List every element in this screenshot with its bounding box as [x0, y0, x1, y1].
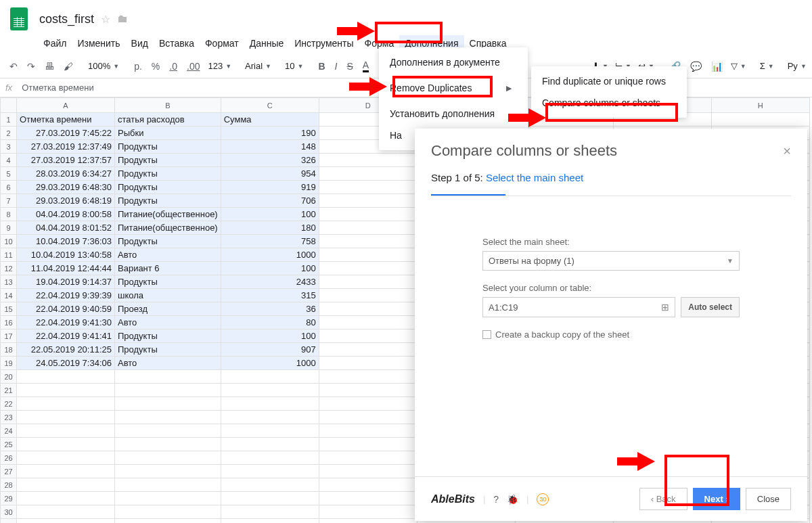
- cell-C28[interactable]: [221, 478, 319, 492]
- number-format-select[interactable]: 123▼: [205, 60, 234, 72]
- cell-A28[interactable]: [17, 478, 115, 492]
- cell-A31[interactable]: [17, 519, 115, 524]
- row-header-5[interactable]: 5: [1, 167, 17, 181]
- row-header-3[interactable]: 3: [1, 140, 17, 154]
- cell-B15[interactable]: Проезд: [115, 302, 221, 316]
- help-icon[interactable]: ?: [493, 494, 499, 505]
- cell-D18[interactable]: [319, 343, 417, 357]
- row-header-16[interactable]: 16: [1, 316, 17, 329]
- fontsize-select[interactable]: 10▼: [282, 60, 306, 72]
- cell-B4[interactable]: Продукты: [115, 154, 221, 167]
- cell-D9[interactable]: [319, 221, 417, 235]
- row-header-1[interactable]: 1: [1, 113, 17, 127]
- cell-C12[interactable]: 100: [221, 262, 319, 275]
- folder-icon[interactable]: 🖿: [117, 13, 128, 25]
- main-sheet-select[interactable]: Ответы на форму (1)▼: [482, 251, 740, 271]
- cell-A9[interactable]: 04.04.2019 8:01:52: [17, 221, 115, 235]
- cell-B22[interactable]: [115, 397, 221, 411]
- cell-B21[interactable]: [115, 384, 221, 397]
- row-header-6[interactable]: 6: [1, 181, 17, 194]
- percent-btn[interactable]: %: [148, 58, 164, 74]
- menu-data[interactable]: Данные: [244, 35, 290, 51]
- cell-A25[interactable]: [17, 438, 115, 451]
- cell-C23[interactable]: [221, 411, 319, 424]
- cell-A12[interactable]: 11.04.2019 12:44:44: [17, 262, 115, 275]
- cell-C25[interactable]: [221, 438, 319, 451]
- cell-A24[interactable]: [17, 424, 115, 438]
- install-addons[interactable]: Установить дополнения: [379, 103, 528, 124]
- cell-A6[interactable]: 29.03.2019 6:48:30: [17, 181, 115, 194]
- cell-B12[interactable]: Вариант 6: [115, 262, 221, 275]
- cell-B9[interactable]: Питание(общественное): [115, 221, 221, 235]
- col-header-B[interactable]: B: [115, 98, 221, 113]
- cell-C27[interactable]: [221, 465, 319, 478]
- cell-D20[interactable]: [319, 370, 417, 384]
- cell-A14[interactable]: 22.04.2019 9:39:39: [17, 289, 115, 302]
- row-header-14[interactable]: 14: [1, 289, 17, 302]
- row-header-20[interactable]: 20: [1, 370, 17, 384]
- cell-A26[interactable]: [17, 451, 115, 465]
- find-duplicate-rows[interactable]: Find duplicate or unique rows: [531, 70, 687, 92]
- cell-D30[interactable]: [319, 505, 417, 519]
- cell-D24[interactable]: [319, 424, 417, 438]
- col-header-A[interactable]: A: [17, 98, 115, 113]
- cell-B29[interactable]: [115, 492, 221, 505]
- select-all[interactable]: [1, 98, 17, 113]
- row-header-8[interactable]: 8: [1, 208, 17, 221]
- row-header-15[interactable]: 15: [1, 302, 17, 316]
- cell-B30[interactable]: [115, 505, 221, 519]
- compare-columns-sheets[interactable]: Compare columns or sheets: [531, 92, 687, 114]
- cell-C24[interactable]: [221, 424, 319, 438]
- cell-A17[interactable]: 22.04.2019 9:41:41: [17, 329, 115, 343]
- cell-C15[interactable]: 36: [221, 302, 319, 316]
- cell-D21[interactable]: [319, 384, 417, 397]
- cell-D5[interactable]: [319, 167, 417, 181]
- cell-C6[interactable]: 919: [221, 181, 319, 194]
- row-header-2[interactable]: 2: [1, 127, 17, 140]
- cell-A3[interactable]: 27.03.2019 12:37:49: [17, 140, 115, 154]
- col-header-C[interactable]: C: [221, 98, 319, 113]
- menu-file[interactable]: Файл: [38, 35, 72, 51]
- cell-C30[interactable]: [221, 505, 319, 519]
- cell-C17[interactable]: 100: [221, 329, 319, 343]
- cell-B8[interactable]: Питание(общественное): [115, 208, 221, 221]
- row-header-23[interactable]: 23: [1, 411, 17, 424]
- chart-icon[interactable]: 📊: [707, 58, 727, 74]
- step-link[interactable]: Select the main sheet: [486, 172, 583, 183]
- row-header-31[interactable]: 31: [1, 519, 17, 524]
- italic-btn[interactable]: I: [331, 58, 342, 74]
- cell-C11[interactable]: 1000: [221, 248, 319, 262]
- paint-icon[interactable]: 🖌: [60, 58, 77, 74]
- grid-icon[interactable]: ⊞: [661, 302, 669, 313]
- row-header-10[interactable]: 10: [1, 235, 17, 248]
- cell-B24[interactable]: [115, 424, 221, 438]
- menu-view[interactable]: Вид: [126, 35, 154, 51]
- cell-A4[interactable]: 27.03.2019 12:37:57: [17, 154, 115, 167]
- row-header-7[interactable]: 7: [1, 194, 17, 208]
- row-header-13[interactable]: 13: [1, 275, 17, 289]
- cell-C13[interactable]: 2433: [221, 275, 319, 289]
- cell-C3[interactable]: 148: [221, 140, 319, 154]
- cell-D31[interactable]: [319, 519, 417, 524]
- cell-D25[interactable]: [319, 438, 417, 451]
- row-header-28[interactable]: 28: [1, 478, 17, 492]
- cell-C21[interactable]: [221, 384, 319, 397]
- sheets-logo[interactable]: [5, 5, 32, 32]
- cell-C4[interactable]: 326: [221, 154, 319, 167]
- cell-C2[interactable]: 190: [221, 127, 319, 140]
- cell-H1[interactable]: [711, 113, 809, 127]
- row-header-19[interactable]: 19: [1, 357, 17, 370]
- cell-C14[interactable]: 315: [221, 289, 319, 302]
- cell-C1[interactable]: Сумма: [221, 113, 319, 127]
- addons-in-doc[interactable]: Дополнения в документе: [379, 51, 528, 73]
- range-input[interactable]: A1:C19⊞: [482, 297, 675, 317]
- cell-D4[interactable]: [319, 154, 417, 167]
- row-header-4[interactable]: 4: [1, 154, 17, 167]
- cell-B13[interactable]: Продукты: [115, 275, 221, 289]
- cell-B5[interactable]: Продукты: [115, 167, 221, 181]
- remove-duplicates-item[interactable]: Remove Duplicates▶: [379, 77, 528, 99]
- cell-D11[interactable]: [319, 248, 417, 262]
- cell-C29[interactable]: [221, 492, 319, 505]
- cell-B3[interactable]: Продукты: [115, 140, 221, 154]
- back-button[interactable]: ‹ Back: [639, 488, 687, 510]
